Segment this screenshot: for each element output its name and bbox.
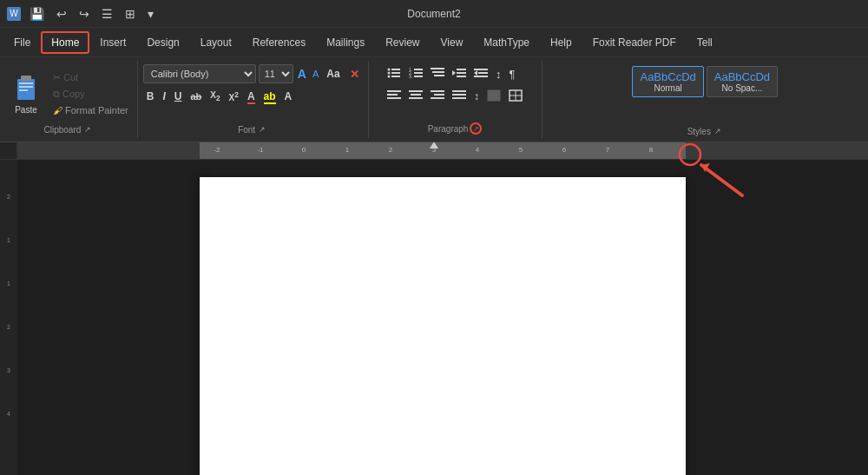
menu-mailings[interactable]: Mailings (316, 31, 375, 54)
svg-text:4: 4 (7, 411, 10, 417)
ribbon: Paste ✂ Cut ⧉ Copy 🖌 Format Painter (0, 57, 868, 142)
subscript-button[interactable]: X2 (207, 87, 223, 106)
menu-mathtype[interactable]: MathType (473, 31, 540, 54)
svg-text:-2: -2 (214, 146, 220, 154)
menu-design[interactable]: Design (136, 31, 189, 54)
ruler-side (0, 142, 17, 159)
svg-text:1: 1 (7, 237, 10, 243)
bold-button[interactable]: B (143, 87, 158, 106)
menu-file[interactable]: File (3, 31, 41, 54)
document-page[interactable] (200, 177, 686, 475)
svg-rect-36 (431, 97, 444, 99)
font-group: Calibri (Body) 11 A A Aa ✕ B I U ab X2 X… (138, 61, 369, 138)
align-right-icon (431, 89, 444, 102)
font-color-button[interactable]: A (244, 87, 259, 106)
multilevel-button[interactable] (427, 64, 448, 83)
undo-button[interactable]: ↩ (53, 5, 70, 23)
font-family-select[interactable]: Calibri (Body) (143, 64, 256, 83)
bullets-button[interactable] (384, 64, 404, 83)
paragraph-dialog-button[interactable]: ↗ (470, 122, 482, 135)
font-size-select[interactable]: 11 (259, 64, 293, 83)
svg-text:5: 5 (519, 146, 523, 154)
svg-rect-31 (409, 90, 423, 92)
paste-button[interactable]: Paste (5, 69, 47, 118)
font-row-1: Calibri (Body) 11 A A Aa ✕ (143, 64, 363, 83)
svg-point-5 (388, 68, 391, 70)
italic-button[interactable]: I (159, 87, 168, 106)
svg-rect-38 (452, 94, 466, 96)
list-button[interactable]: ☰ (98, 5, 116, 23)
sort-button[interactable]: ↕ (492, 64, 505, 83)
menu-insert[interactable]: Insert (89, 31, 136, 54)
menu-review[interactable]: Review (375, 31, 430, 54)
svg-marker-55 (430, 142, 438, 148)
decrease-indent-button[interactable] (449, 64, 470, 83)
decrease-font-button[interactable]: A (311, 64, 320, 83)
copy-button[interactable]: ⧉ Copy (49, 87, 132, 102)
left-ruler: 2 1 1 2 3 4 (0, 160, 17, 475)
align-left-button[interactable] (384, 87, 404, 106)
grid-button[interactable]: ⊞ (122, 5, 139, 23)
shading-icon (487, 89, 501, 102)
menu-foxit[interactable]: Foxit Reader PDF (582, 31, 687, 54)
svg-rect-32 (411, 94, 421, 96)
paste-label: Paste (15, 105, 37, 115)
increase-font-button[interactable]: A (296, 64, 308, 83)
svg-marker-24 (474, 70, 477, 76)
line-spacing-button[interactable]: ↕ (470, 87, 483, 106)
svg-text:3: 3 (7, 367, 10, 373)
svg-text:2: 2 (389, 146, 393, 154)
style-no-spacing[interactable]: AaBbCcDd No Spac... (707, 66, 778, 97)
increase-indent-button[interactable] (470, 64, 491, 83)
font-color-picker-button[interactable]: A (281, 87, 296, 106)
align-center-button[interactable] (405, 87, 426, 106)
redo-button[interactable]: ↪ (76, 5, 93, 23)
clipboard-label: Clipboard ↗ (5, 124, 132, 135)
font-expand-button[interactable]: ↗ (257, 124, 267, 135)
clipboard-right: ✂ Cut ⧉ Copy 🖌 Format Painter (49, 70, 132, 117)
justify-button[interactable] (449, 87, 470, 106)
styles-expand-button[interactable]: ↗ (713, 126, 723, 136)
svg-rect-21 (457, 69, 466, 70)
svg-rect-33 (409, 97, 423, 99)
menu-tell[interactable]: Tell (687, 31, 723, 54)
shading-button[interactable] (483, 87, 504, 106)
align-right-button[interactable] (427, 87, 448, 106)
save-button[interactable]: 💾 (26, 5, 48, 23)
svg-rect-3 (19, 86, 33, 88)
style-normal[interactable]: AaBbCcDd Normal (632, 66, 703, 97)
show-marks-button[interactable]: ¶ (506, 64, 519, 83)
strikethrough-button[interactable]: ab (187, 87, 205, 106)
align-center-icon (409, 89, 423, 102)
borders-button[interactable] (505, 87, 526, 106)
styles-label: Styles ↗ (548, 126, 863, 136)
numbering-button[interactable]: 1. 2. 3. (405, 64, 426, 83)
svg-rect-29 (387, 94, 398, 96)
format-painter-button[interactable]: 🖌 Format Painter (49, 103, 132, 117)
change-case-button[interactable]: Aa (323, 64, 343, 83)
window-title: Document2 (407, 8, 460, 20)
paragraph-label: Paragraph ↗ (374, 122, 536, 135)
highlight-button[interactable]: ab (260, 87, 279, 106)
svg-rect-28 (387, 90, 401, 92)
cut-button[interactable]: ✂ Cut (49, 70, 132, 85)
bullets-icon (387, 67, 401, 79)
superscript-button[interactable]: X2 (226, 87, 242, 106)
style-normal-sample: AaBbCcDd (640, 70, 695, 83)
menu-view[interactable]: View (431, 31, 474, 54)
svg-rect-39 (452, 97, 466, 99)
clear-format-button[interactable]: ✕ (346, 64, 363, 83)
menu-home[interactable]: Home (41, 31, 89, 54)
menu-references[interactable]: References (242, 31, 316, 54)
style-no-spacing-sample: AaBbCcDd (714, 70, 770, 83)
svg-rect-25 (474, 69, 488, 70)
title-bar-left: W 💾 ↩ ↪ ☰ ⊞ ▾ (7, 5, 157, 23)
menu-layout[interactable]: Layout (190, 31, 242, 54)
menu-help[interactable]: Help (540, 31, 582, 54)
more-button[interactable]: ▾ (144, 5, 157, 23)
underline-button[interactable]: U (171, 87, 186, 106)
svg-text:0: 0 (302, 146, 306, 154)
svg-rect-2 (19, 82, 33, 84)
clipboard-expand-button[interactable]: ↗ (82, 124, 93, 135)
svg-rect-22 (457, 72, 466, 74)
